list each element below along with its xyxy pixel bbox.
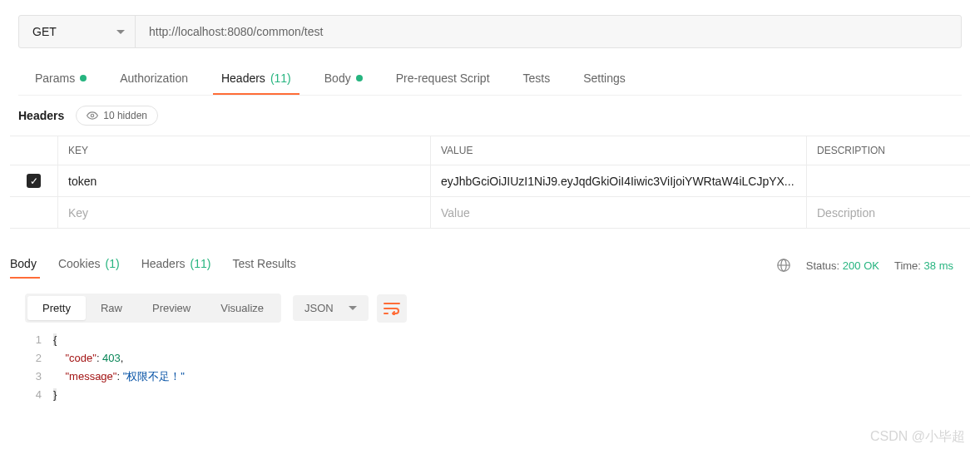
tab-prerequest[interactable]: Pre-request Script [379, 65, 507, 95]
response-status: Status: 200 OK Time: 38 ms [776, 258, 970, 273]
url-input[interactable] [136, 16, 961, 47]
response-body[interactable]: 1{ 2 "code": 403, 3 "message": "权限不足！" 4… [25, 331, 955, 404]
header-key-placeholder[interactable]: Key [58, 197, 431, 228]
table-header-row: KEY VALUE DESCRIPTION [10, 136, 970, 165]
hidden-headers-button[interactable]: 10 hidden [76, 106, 158, 126]
rtab-headers[interactable]: Headers(11) [141, 252, 225, 279]
watermark: CSDN @小毕超 [870, 428, 965, 446]
table-row-empty: Key Value Description [10, 197, 970, 229]
col-value: VALUE [431, 136, 807, 165]
tab-body[interactable]: Body [308, 65, 379, 95]
chevron-down-icon [349, 306, 357, 310]
tab-params[interactable]: Params [18, 65, 103, 95]
tab-headers[interactable]: Headers(11) [205, 65, 308, 95]
chevron-down-icon [116, 30, 125, 34]
header-desc-placeholder[interactable]: Description [807, 197, 970, 228]
tab-tests[interactable]: Tests [507, 65, 567, 95]
col-checkbox [10, 136, 58, 165]
method-label: GET [32, 25, 110, 38]
response-time: 38 ms [924, 259, 953, 272]
headers-table: KEY VALUE DESCRIPTION ✓ token eyJhbGciOi… [10, 136, 970, 229]
mode-preview[interactable]: Preview [137, 296, 205, 320]
svg-point-0 [92, 114, 95, 117]
headers-label: Headers [18, 109, 64, 122]
check-icon: ✓ [30, 175, 38, 187]
wrap-icon [384, 302, 400, 315]
table-row: ✓ token eyJhbGciOiJIUzI1NiJ9.eyJqdGkiOiI… [10, 165, 970, 197]
rtab-test-results[interactable]: Test Results [232, 252, 309, 279]
header-key-input[interactable]: token [58, 165, 431, 196]
wrap-button[interactable] [377, 294, 407, 323]
status-dot-icon [356, 75, 363, 81]
mode-raw[interactable]: Raw [86, 296, 137, 320]
status-code: 200 OK [843, 259, 879, 272]
header-desc-input[interactable] [807, 165, 970, 196]
mode-pretty[interactable]: Pretty [27, 296, 86, 320]
rtab-cookies[interactable]: Cookies(1) [58, 252, 133, 279]
request-tabs: Params Authorization Headers(11) Body Pr… [18, 65, 962, 96]
format-select[interactable]: JSON [293, 295, 369, 321]
tab-authorization[interactable]: Authorization [103, 65, 205, 95]
col-key: KEY [58, 136, 431, 165]
eye-icon [87, 111, 98, 120]
col-description: DESCRIPTION [807, 136, 970, 165]
tab-settings[interactable]: Settings [567, 65, 642, 95]
headers-subheader: Headers 10 hidden [18, 106, 962, 126]
row-checkbox[interactable]: ✓ [10, 165, 58, 196]
request-bar: GET [18, 15, 962, 48]
header-value-input[interactable]: eyJhbGciOiJIUzI1NiJ9.eyJqdGkiOiI4Iiwic3V… [431, 165, 807, 196]
mode-group: Pretty Raw Preview Visualize [25, 294, 281, 323]
rtab-body[interactable]: Body [10, 252, 50, 279]
view-modes: Pretty Raw Preview Visualize JSON [25, 294, 955, 323]
row-checkbox-empty [10, 197, 58, 228]
mode-visualize[interactable]: Visualize [205, 296, 279, 320]
header-value-placeholder[interactable]: Value [431, 197, 807, 228]
method-select[interactable]: GET [19, 16, 136, 47]
status-dot-icon [80, 75, 87, 81]
response-tabs: Body Cookies(1) Headers(11) Test Results… [10, 252, 970, 279]
globe-icon[interactable] [776, 258, 791, 273]
